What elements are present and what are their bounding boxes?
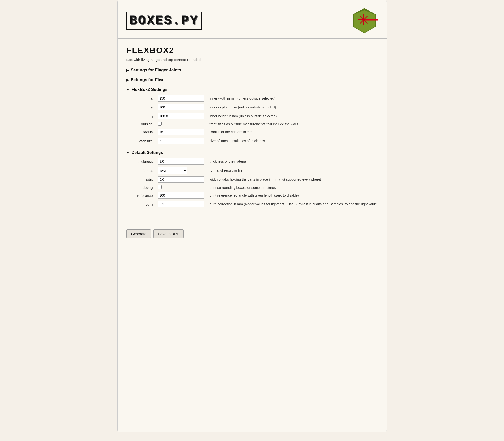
flex-arrow: ▶ [126,78,129,82]
section-flex: ▶ Settings for Flex [126,77,378,83]
buttons-row: Generate Save to URL [118,225,387,238]
section-finger-joints-header[interactable]: ▶ Settings for Finger Joints [126,67,378,73]
field-input-tabs[interactable] [158,176,204,183]
header: BOXES.PY [118,0,387,39]
table-row: format svg pdf dxf ps cairo_png scad stl… [131,166,383,175]
field-label-radius: radius [131,127,156,136]
field-label-h: h [131,112,156,121]
default-form-table: thickness thickness of the material form… [131,157,383,209]
field-input-outside[interactable] [158,122,162,126]
field-label-format: format [131,166,156,175]
field-label-latchsize: latchsize [131,136,156,145]
page-description: Box with living hinge and top corners ro… [126,58,378,62]
default-label: Default Settings [131,150,163,155]
field-desc-y: inner depth in mm (unless outside select… [206,103,383,112]
field-input-debug[interactable] [158,185,162,189]
field-desc-outside: treat sizes as outside measurements that… [206,121,383,127]
field-desc-tabs: width of tabs holding the parts in place… [206,175,383,184]
default-arrow: ▼ [126,151,130,155]
section-finger-joints: ▶ Settings for Finger Joints [126,67,378,73]
finger-joints-label: Settings for Finger Joints [131,68,181,73]
table-row: reference print reference rectangle with… [131,191,383,200]
field-select-format[interactable]: svg pdf dxf ps cairo_png scad stl [158,167,187,174]
field-input-y[interactable] [158,104,204,110]
table-row: debug print surrounding boxes for some s… [131,184,383,191]
field-label-y: y [131,103,156,112]
generate-button[interactable]: Generate [126,229,151,238]
field-input-burn[interactable] [158,201,204,207]
section-default: ▼ Default Settings thickness thickness o… [126,150,378,209]
svg-point-10 [362,19,365,21]
section-default-header[interactable]: ▼ Default Settings [126,150,378,156]
main-content: FlexBox2 Box with living hinge and top c… [118,39,387,220]
table-row: radius Radius of the corners in mm [131,127,383,136]
flexbox2-arrow: ▼ [126,88,130,92]
field-desc-reference: print reference rectangle with given len… [206,191,383,200]
field-label-debug: debug [131,184,156,191]
field-label-burn: burn [131,200,156,209]
flexbox2-label: FlexBox2 Settings [131,87,167,92]
section-flexbox2-header[interactable]: ▼ FlexBox2 Settings [126,87,378,93]
field-desc-thickness: thickness of the material [206,157,383,166]
flex-label: Settings for Flex [131,77,163,82]
field-desc-debug: print surrounding boxes for some structu… [206,184,383,191]
table-row: burn burn correction in mm (bigger value… [131,200,383,209]
table-row: x inner width in mm (unless outside sele… [131,94,383,103]
save-to-url-button[interactable]: Save to URL [153,229,183,238]
field-input-reference[interactable] [158,192,204,199]
flexbox2-form-table: x inner width in mm (unless outside sele… [131,94,383,145]
field-desc-format: format of resulting file [206,166,383,175]
page-title: FlexBox2 [126,46,378,55]
table-row: y inner depth in mm (unless outside sele… [131,103,383,112]
field-input-h[interactable] [158,113,204,119]
field-label-reference: reference [131,191,156,200]
field-input-thickness[interactable] [158,158,204,165]
section-flexbox2: ▼ FlexBox2 Settings x inner width in mm … [126,87,378,145]
field-input-latchsize[interactable] [158,138,204,144]
finger-joints-arrow: ▶ [126,68,129,72]
field-label-thickness: thickness [131,157,156,166]
table-row: thickness thickness of the material [131,157,383,166]
field-desc-burn: burn correction in mm (bigger values for… [206,200,383,209]
field-desc-latchsize: size of latch in multiples of thickness [206,136,383,145]
table-row: h inner height in mm (unless outside sel… [131,112,383,121]
logo: BOXES.PY [126,12,202,30]
section-flex-header[interactable]: ▶ Settings for Flex [126,77,378,83]
table-row: tabs width of tabs holding the parts in … [131,175,383,184]
field-desc-x: inner width in mm (unless outside select… [206,94,383,103]
hex-logo [351,7,378,34]
table-row: outside treat sizes as outside measureme… [131,121,383,127]
field-label-tabs: tabs [131,175,156,184]
field-desc-radius: Radius of the corners in mm [206,127,383,136]
field-desc-h: inner height in mm (unless outside selec… [206,112,383,121]
field-input-x[interactable] [158,95,204,102]
field-input-radius[interactable] [158,129,204,135]
field-label-x: x [131,94,156,103]
table-row: latchsize size of latch in multiples of … [131,136,383,145]
field-label-outside: outside [131,121,156,127]
